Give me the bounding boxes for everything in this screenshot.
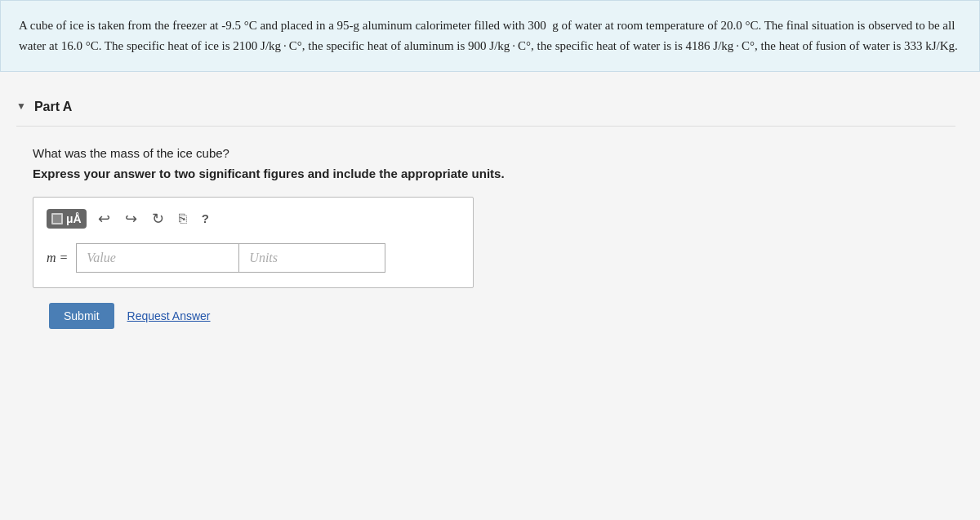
input-row: m = (47, 243, 460, 273)
answer-toolbar: μÅ ↩ ↪ ↻ ⎘ ? (47, 209, 460, 232)
format-toolbar-block[interactable]: μÅ (47, 209, 87, 229)
redo-button[interactable]: ↪ (122, 210, 140, 228)
instruction-text: Express your answer to two significant f… (33, 167, 956, 180)
value-input[interactable] (76, 243, 239, 273)
problem-text: A cube of ice is taken from the freezer … (19, 16, 961, 56)
keyboard-button[interactable]: ⎘ (176, 211, 190, 227)
help-button[interactable]: ? (198, 211, 212, 226)
problem-statement: A cube of ice is taken from the freezer … (0, 0, 980, 72)
undo-button[interactable]: ↩ (95, 210, 114, 228)
request-answer-button[interactable]: Request Answer (127, 309, 211, 322)
mu-a-icon: μÅ (66, 212, 82, 225)
chevron-down-icon: ▼ (16, 100, 26, 113)
question-area: What was the mass of the ice cube? Expre… (33, 146, 956, 329)
question-text: What was the mass of the ice cube? (33, 146, 956, 160)
button-row: Submit Request Answer (49, 303, 956, 329)
refresh-button[interactable]: ↻ (149, 210, 167, 228)
submit-button[interactable]: Submit (49, 303, 114, 329)
variable-label: m = (47, 251, 68, 265)
units-input[interactable] (238, 243, 385, 273)
part-a-header[interactable]: ▼ Part A (16, 88, 956, 127)
format-square-icon (51, 213, 63, 224)
main-content: ▼ Part A What was the mass of the ice cu… (0, 72, 980, 353)
answer-box: μÅ ↩ ↪ ↻ ⎘ ? m = (33, 197, 474, 288)
part-a-label: Part A (34, 100, 73, 114)
